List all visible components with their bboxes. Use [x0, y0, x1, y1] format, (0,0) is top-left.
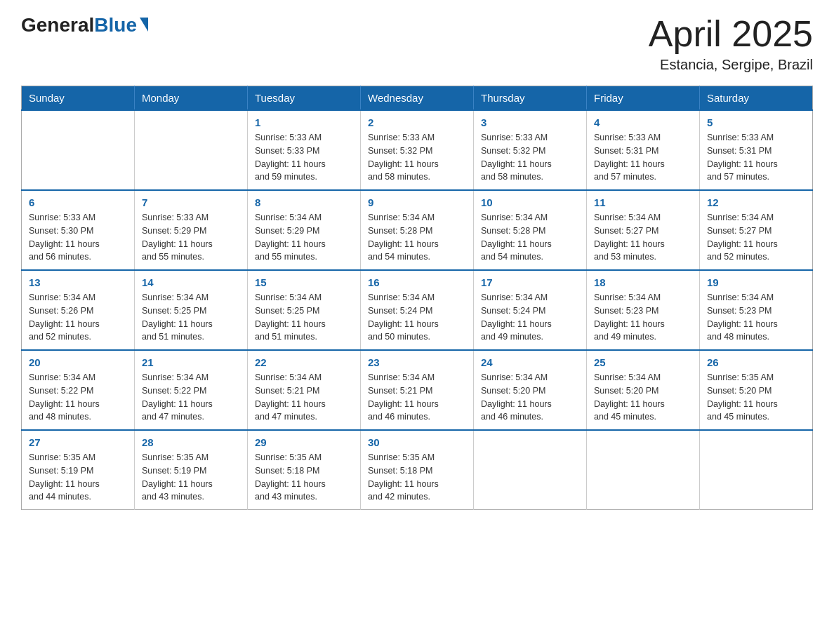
day-of-week-header: Friday — [587, 86, 700, 111]
day-info: Sunrise: 5:33 AMSunset: 5:32 PMDaylight:… — [481, 131, 579, 184]
calendar-cell — [22, 110, 135, 190]
day-number: 30 — [368, 436, 466, 448]
calendar-cell: 29Sunrise: 5:35 AMSunset: 5:18 PMDayligh… — [248, 430, 361, 510]
calendar-cell: 24Sunrise: 5:34 AMSunset: 5:20 PMDayligh… — [474, 350, 587, 430]
calendar-cell: 17Sunrise: 5:34 AMSunset: 5:24 PMDayligh… — [474, 270, 587, 350]
calendar-week-row: 6Sunrise: 5:33 AMSunset: 5:30 PMDaylight… — [22, 190, 813, 270]
logo-general-text: General — [21, 14, 94, 36]
day-info: Sunrise: 5:35 AMSunset: 5:20 PMDaylight:… — [707, 371, 805, 424]
calendar-week-row: 13Sunrise: 5:34 AMSunset: 5:26 PMDayligh… — [22, 270, 813, 350]
calendar-cell — [474, 430, 587, 510]
calendar-cell: 8Sunrise: 5:34 AMSunset: 5:29 PMDaylight… — [248, 190, 361, 270]
day-info: Sunrise: 5:34 AMSunset: 5:23 PMDaylight:… — [594, 291, 692, 344]
page-header: General Blue April 2025 Estancia, Sergip… — [21, 14, 813, 73]
day-number: 22 — [255, 356, 353, 368]
day-number: 27 — [29, 436, 127, 448]
calendar-cell: 11Sunrise: 5:34 AMSunset: 5:27 PMDayligh… — [587, 190, 700, 270]
logo-triangle-icon — [140, 18, 148, 32]
calendar-cell — [135, 110, 248, 190]
day-of-week-header: Monday — [135, 86, 248, 111]
subtitle: Estancia, Sergipe, Brazil — [649, 57, 813, 73]
day-number: 3 — [481, 116, 579, 128]
day-number: 7 — [142, 196, 240, 208]
main-title: April 2025 — [649, 14, 813, 54]
day-info: Sunrise: 5:34 AMSunset: 5:20 PMDaylight:… — [481, 371, 579, 424]
calendar-cell: 20Sunrise: 5:34 AMSunset: 5:22 PMDayligh… — [22, 350, 135, 430]
day-number: 24 — [481, 356, 579, 368]
day-info: Sunrise: 5:34 AMSunset: 5:20 PMDaylight:… — [594, 371, 692, 424]
day-number: 6 — [29, 196, 127, 208]
calendar-cell: 6Sunrise: 5:33 AMSunset: 5:30 PMDaylight… — [22, 190, 135, 270]
day-info: Sunrise: 5:35 AMSunset: 5:19 PMDaylight:… — [142, 451, 240, 504]
day-info: Sunrise: 5:33 AMSunset: 5:31 PMDaylight:… — [594, 131, 692, 184]
day-number: 17 — [481, 276, 579, 288]
day-of-week-header: Thursday — [474, 86, 587, 111]
calendar-cell: 18Sunrise: 5:34 AMSunset: 5:23 PMDayligh… — [587, 270, 700, 350]
day-number: 26 — [707, 356, 805, 368]
day-info: Sunrise: 5:34 AMSunset: 5:26 PMDaylight:… — [29, 291, 127, 344]
day-info: Sunrise: 5:34 AMSunset: 5:28 PMDaylight:… — [368, 211, 466, 264]
day-info: Sunrise: 5:34 AMSunset: 5:27 PMDaylight:… — [594, 211, 692, 264]
calendar-cell: 21Sunrise: 5:34 AMSunset: 5:22 PMDayligh… — [135, 350, 248, 430]
day-info: Sunrise: 5:33 AMSunset: 5:32 PMDaylight:… — [368, 131, 466, 184]
day-info: Sunrise: 5:34 AMSunset: 5:25 PMDaylight:… — [142, 291, 240, 344]
calendar-cell: 14Sunrise: 5:34 AMSunset: 5:25 PMDayligh… — [135, 270, 248, 350]
day-info: Sunrise: 5:34 AMSunset: 5:22 PMDaylight:… — [142, 371, 240, 424]
day-info: Sunrise: 5:34 AMSunset: 5:27 PMDaylight:… — [707, 211, 805, 264]
calendar-week-row: 1Sunrise: 5:33 AMSunset: 5:33 PMDaylight… — [22, 110, 813, 190]
day-info: Sunrise: 5:35 AMSunset: 5:18 PMDaylight:… — [368, 451, 466, 504]
calendar-cell: 12Sunrise: 5:34 AMSunset: 5:27 PMDayligh… — [700, 190, 813, 270]
day-of-week-header: Sunday — [22, 86, 135, 111]
calendar-cell: 23Sunrise: 5:34 AMSunset: 5:21 PMDayligh… — [361, 350, 474, 430]
day-number: 21 — [142, 356, 240, 368]
calendar-cell: 5Sunrise: 5:33 AMSunset: 5:31 PMDaylight… — [700, 110, 813, 190]
logo: General Blue — [21, 14, 148, 36]
day-number: 5 — [707, 116, 805, 128]
day-info: Sunrise: 5:34 AMSunset: 5:24 PMDaylight:… — [368, 291, 466, 344]
day-info: Sunrise: 5:35 AMSunset: 5:19 PMDaylight:… — [29, 451, 127, 504]
calendar-week-row: 20Sunrise: 5:34 AMSunset: 5:22 PMDayligh… — [22, 350, 813, 430]
day-number: 28 — [142, 436, 240, 448]
calendar-cell — [700, 430, 813, 510]
day-number: 23 — [368, 356, 466, 368]
day-number: 19 — [707, 276, 805, 288]
calendar-cell: 28Sunrise: 5:35 AMSunset: 5:19 PMDayligh… — [135, 430, 248, 510]
day-info: Sunrise: 5:33 AMSunset: 5:31 PMDaylight:… — [707, 131, 805, 184]
day-number: 13 — [29, 276, 127, 288]
calendar-cell: 22Sunrise: 5:34 AMSunset: 5:21 PMDayligh… — [248, 350, 361, 430]
calendar-cell: 30Sunrise: 5:35 AMSunset: 5:18 PMDayligh… — [361, 430, 474, 510]
calendar-cell: 2Sunrise: 5:33 AMSunset: 5:32 PMDaylight… — [361, 110, 474, 190]
day-info: Sunrise: 5:33 AMSunset: 5:33 PMDaylight:… — [255, 131, 353, 184]
day-number: 18 — [594, 276, 692, 288]
day-number: 11 — [594, 196, 692, 208]
day-info: Sunrise: 5:34 AMSunset: 5:23 PMDaylight:… — [707, 291, 805, 344]
calendar-cell: 9Sunrise: 5:34 AMSunset: 5:28 PMDaylight… — [361, 190, 474, 270]
day-info: Sunrise: 5:33 AMSunset: 5:29 PMDaylight:… — [142, 211, 240, 264]
day-number: 25 — [594, 356, 692, 368]
day-of-week-header: Saturday — [700, 86, 813, 111]
day-number: 10 — [481, 196, 579, 208]
day-info: Sunrise: 5:34 AMSunset: 5:29 PMDaylight:… — [255, 211, 353, 264]
calendar-cell: 13Sunrise: 5:34 AMSunset: 5:26 PMDayligh… — [22, 270, 135, 350]
calendar-cell: 26Sunrise: 5:35 AMSunset: 5:20 PMDayligh… — [700, 350, 813, 430]
calendar-cell: 16Sunrise: 5:34 AMSunset: 5:24 PMDayligh… — [361, 270, 474, 350]
day-info: Sunrise: 5:34 AMSunset: 5:21 PMDaylight:… — [255, 371, 353, 424]
day-of-week-header: Tuesday — [248, 86, 361, 111]
calendar-cell: 1Sunrise: 5:33 AMSunset: 5:33 PMDaylight… — [248, 110, 361, 190]
calendar-cell — [587, 430, 700, 510]
day-info: Sunrise: 5:35 AMSunset: 5:18 PMDaylight:… — [255, 451, 353, 504]
day-number: 4 — [594, 116, 692, 128]
logo-blue-text: Blue — [94, 14, 137, 36]
day-number: 8 — [255, 196, 353, 208]
day-number: 1 — [255, 116, 353, 128]
day-number: 29 — [255, 436, 353, 448]
day-info: Sunrise: 5:34 AMSunset: 5:21 PMDaylight:… — [368, 371, 466, 424]
day-number: 20 — [29, 356, 127, 368]
day-number: 16 — [368, 276, 466, 288]
title-area: April 2025 Estancia, Sergipe, Brazil — [649, 14, 813, 73]
day-number: 9 — [368, 196, 466, 208]
day-info: Sunrise: 5:34 AMSunset: 5:22 PMDaylight:… — [29, 371, 127, 424]
calendar-cell: 19Sunrise: 5:34 AMSunset: 5:23 PMDayligh… — [700, 270, 813, 350]
calendar-table: SundayMondayTuesdayWednesdayThursdayFrid… — [21, 86, 813, 510]
calendar-cell: 3Sunrise: 5:33 AMSunset: 5:32 PMDaylight… — [474, 110, 587, 190]
